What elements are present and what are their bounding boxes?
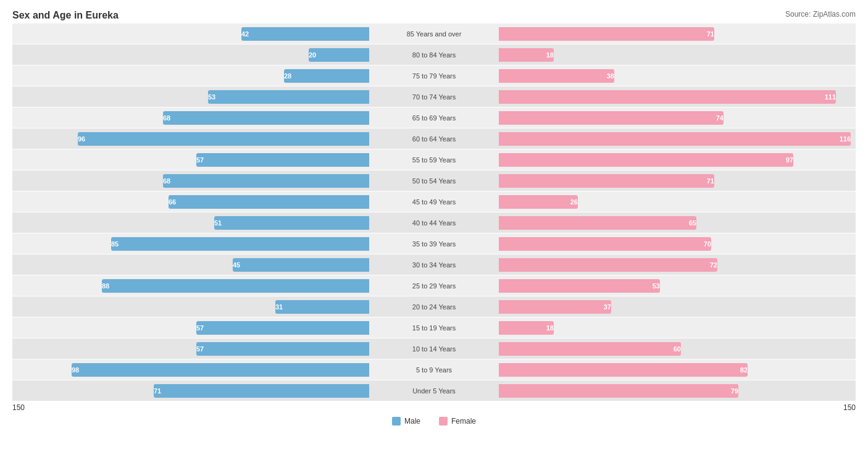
left-half: 31	[12, 296, 370, 317]
left-half: 51	[12, 212, 370, 233]
age-label: 10 to 14 Years	[370, 345, 498, 353]
age-label: 80 to 84 Years	[370, 51, 498, 59]
right-half: 79	[498, 380, 856, 401]
female-value: 97	[783, 156, 793, 164]
right-half: 97	[498, 149, 856, 170]
age-label: 45 to 49 Years	[370, 198, 498, 206]
left-half: 20	[12, 44, 370, 65]
age-label: 65 to 69 Years	[370, 114, 498, 122]
right-half: 65	[498, 212, 856, 233]
right-half: 26	[498, 191, 856, 212]
age-label: 15 to 19 Years	[370, 324, 498, 332]
table-row: 2080 to 84 Years18	[12, 44, 856, 65]
age-label: 70 to 74 Years	[370, 93, 498, 101]
left-half: 53	[12, 86, 370, 107]
legend-male: Male	[392, 417, 420, 426]
male-value: 66	[169, 198, 178, 206]
axis-labels: 150 150	[12, 403, 856, 412]
right-half: 74	[498, 107, 856, 128]
female-value: 18	[544, 324, 554, 332]
age-label: 5 to 9 Years	[370, 366, 498, 374]
male-value: 88	[102, 282, 112, 290]
left-half: 42	[12, 23, 370, 44]
female-value: 116	[837, 135, 851, 143]
right-half: 82	[498, 359, 856, 380]
male-value: 31	[275, 303, 285, 311]
age-label: 30 to 34 Years	[370, 261, 498, 269]
table-row: 5755 to 59 Years97	[12, 149, 856, 170]
table-row: 3120 to 24 Years37	[12, 296, 856, 317]
male-value: 57	[196, 345, 206, 353]
axis-left: 150	[12, 403, 25, 412]
left-half: 68	[12, 107, 370, 128]
right-half: 38	[498, 65, 856, 86]
right-half: 18	[498, 317, 856, 338]
rows-wrapper: 4285 Years and over712080 to 84 Years182…	[12, 23, 856, 401]
table-row: 8535 to 39 Years70	[12, 233, 856, 254]
female-value: 37	[601, 303, 611, 311]
table-row: 4285 Years and over71	[12, 23, 856, 44]
age-label: 60 to 64 Years	[370, 135, 498, 143]
table-row: 2875 to 79 Years38	[12, 65, 856, 86]
legend: Male Female	[12, 417, 856, 426]
table-row: 71Under 5 Years79	[12, 380, 856, 401]
age-label: 25 to 29 Years	[370, 282, 498, 290]
age-label: 50 to 54 Years	[370, 177, 498, 185]
legend-female: Female	[439, 417, 476, 426]
male-value: 45	[233, 261, 243, 269]
table-row: 9660 to 64 Years116	[12, 128, 856, 149]
table-row: 8825 to 29 Years53	[12, 275, 856, 296]
left-half: 88	[12, 275, 370, 296]
female-value: 60	[671, 345, 681, 353]
right-half: 116	[498, 128, 856, 149]
left-half: 57	[12, 149, 370, 170]
male-value: 42	[241, 30, 251, 38]
right-half: 71	[498, 170, 856, 191]
male-value: 98	[72, 366, 81, 374]
right-half: 71	[498, 23, 856, 44]
male-value: 68	[163, 177, 173, 185]
male-value: 51	[214, 219, 224, 227]
age-label: 20 to 24 Years	[370, 303, 498, 311]
left-half: 57	[12, 317, 370, 338]
source-text: Source: ZipAtlas.com	[785, 10, 856, 19]
male-value: 28	[284, 72, 294, 80]
right-half: 70	[498, 233, 856, 254]
table-row: 5710 to 14 Years60	[12, 338, 856, 359]
male-value: 71	[154, 387, 164, 395]
table-row: 5715 to 19 Years18	[12, 317, 856, 338]
legend-male-label: Male	[404, 417, 420, 426]
age-label: 55 to 59 Years	[370, 156, 498, 164]
left-half: 85	[12, 233, 370, 254]
age-label: 40 to 44 Years	[370, 219, 498, 227]
right-half: 60	[498, 338, 856, 359]
female-value: 79	[728, 387, 738, 395]
age-label: 35 to 39 Years	[370, 240, 498, 248]
left-half: 66	[12, 191, 370, 212]
female-value: 74	[714, 114, 724, 122]
female-value: 38	[604, 72, 614, 80]
male-value: 57	[196, 324, 206, 332]
legend-female-box	[439, 417, 448, 426]
left-half: 28	[12, 65, 370, 86]
female-value: 71	[704, 177, 714, 185]
table-row: 6865 to 69 Years74	[12, 107, 856, 128]
male-value: 85	[111, 240, 121, 248]
female-value: 26	[568, 198, 578, 206]
female-value: 82	[738, 366, 748, 374]
legend-female-label: Female	[451, 417, 476, 426]
female-value: 53	[650, 282, 660, 290]
male-value: 20	[309, 51, 319, 59]
female-value: 65	[686, 219, 696, 227]
female-value: 70	[701, 240, 711, 248]
axis-right: 150	[843, 403, 856, 412]
table-row: 6850 to 54 Years71	[12, 170, 856, 191]
right-half: 53	[498, 275, 856, 296]
left-half: 96	[12, 128, 370, 149]
left-half: 68	[12, 170, 370, 191]
male-value: 96	[78, 135, 88, 143]
age-label: 75 to 79 Years	[370, 72, 498, 80]
table-row: 5370 to 74 Years111	[12, 86, 856, 107]
male-value: 57	[196, 156, 206, 164]
left-half: 45	[12, 254, 370, 275]
